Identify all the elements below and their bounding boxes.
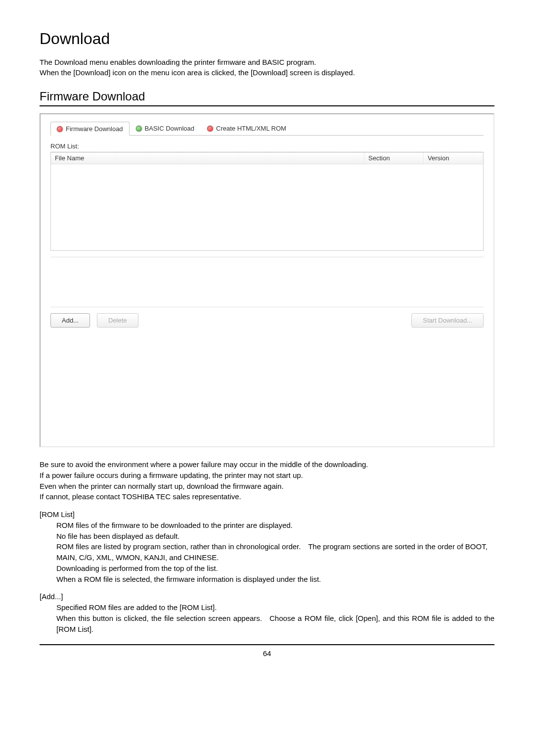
rom-list-desc-line: No file has been displayed as default.	[56, 531, 494, 542]
firmware-tab-icon	[57, 126, 63, 132]
add-section: [Add...] Specified ROM files are added t…	[40, 591, 494, 634]
subsection-heading: Firmware Download	[40, 90, 494, 106]
button-row: Add... Delete Start Download...	[50, 313, 484, 328]
tab-strip: Firmware Download BASIC Download Create …	[50, 121, 484, 136]
delete-button: Delete	[97, 313, 138, 328]
start-download-button: Start Download...	[411, 313, 484, 328]
page-title: Download	[40, 30, 494, 48]
page-number: 64	[263, 649, 271, 658]
rom-list-desc-line: ROM files are listed by program section,…	[56, 541, 494, 563]
add-heading: [Add...]	[40, 591, 494, 602]
screenshot-lower-space	[50, 328, 484, 436]
create-rom-tab-icon	[207, 126, 213, 132]
divider	[50, 257, 484, 257]
rom-list-heading: [ROM List]	[40, 509, 494, 520]
intro-paragraph: The Download menu enables downloading th…	[40, 57, 494, 78]
col-version[interactable]: Version	[424, 152, 483, 164]
rom-list-desc-line: When a ROM file is selected, the firmwar…	[56, 574, 494, 585]
rom-list-label: ROM List:	[50, 142, 484, 150]
intro-line-2: When the [Download] icon on the menu ico…	[40, 67, 494, 78]
add-description: Specified ROM files are added to the [RO…	[40, 602, 494, 634]
tab-label-basic: BASIC Download	[145, 125, 194, 132]
add-button[interactable]: Add...	[50, 313, 90, 328]
warning-line: If a power failure occurs during a firmw…	[40, 470, 494, 481]
tab-create-rom[interactable]: Create HTML/XML ROM	[201, 121, 293, 135]
rom-list-desc-line: ROM files of the firmware to be download…	[56, 520, 494, 531]
page-footer: 64	[40, 644, 494, 658]
rom-list-header: File Name Section Version	[51, 152, 483, 164]
intro-line-1: The Download menu enables downloading th…	[40, 57, 494, 67]
tab-label-firmware: Firmware Download	[66, 125, 123, 133]
add-desc-line: Specified ROM files are added to the [RO…	[56, 602, 494, 613]
tab-basic-download[interactable]: BASIC Download	[130, 121, 201, 135]
warning-line: Even when the printer can normally start…	[40, 481, 494, 492]
rom-list-section: [ROM List] ROM files of the firmware to …	[40, 509, 494, 584]
rom-list-desc-line: Downloading is performed from the top of…	[56, 563, 494, 574]
warning-line: If cannot, please contact TOSHIBA TEC sa…	[40, 491, 494, 502]
col-file-name[interactable]: File Name	[51, 152, 364, 164]
basic-tab-icon	[136, 126, 142, 132]
col-section[interactable]: Section	[364, 152, 424, 164]
info-area	[50, 263, 484, 301]
tab-label-createrom: Create HTML/XML ROM	[216, 125, 286, 132]
rom-list-description: ROM files of the firmware to be download…	[40, 520, 494, 585]
warning-paragraph: Be sure to avoid the environment where a…	[40, 459, 494, 502]
warning-line: Be sure to avoid the environment where a…	[40, 459, 494, 470]
tab-firmware-download[interactable]: Firmware Download	[50, 122, 130, 136]
rom-list-table: File Name Section Version	[50, 152, 484, 251]
firmware-download-screenshot: Firmware Download BASIC Download Create …	[40, 113, 494, 447]
divider	[50, 307, 484, 307]
add-desc-line: When this button is clicked, the file se…	[56, 613, 494, 635]
